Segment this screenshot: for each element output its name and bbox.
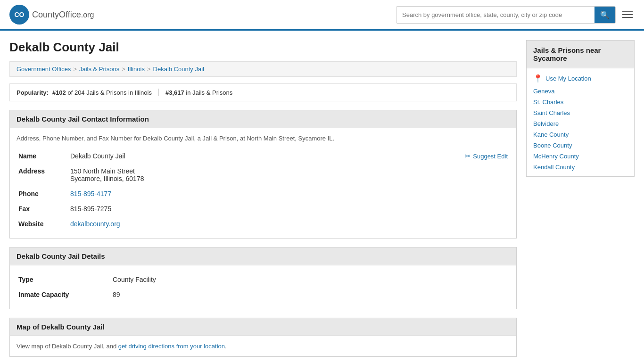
table-row-type: Type County Facility [17,272,510,287]
logo-name: CountyOffice [32,10,81,19]
address-line2: Sycamore, Illinois, 60178 [70,175,508,182]
suggest-edit-icon: ✂ [465,152,471,160]
sidebar-link-7[interactable]: Kendall County [533,164,627,171]
capacity-label: Inmate Capacity [17,287,111,302]
popularity-rank-local-number: #102 [52,89,66,96]
driving-directions-link[interactable]: get driving directions from your locatio… [118,343,225,350]
contact-info-table: Name Dekalb County Jail ✂ Suggest Edit A… [17,148,510,231]
popularity-rank-national-suffix: in Jails & Prisons [186,89,232,96]
breadcrumb: Government Offices > Jails & Prisons > I… [9,61,517,77]
popularity-rank-national: #3,617 in Jails & Prisons [165,89,232,96]
sidebar-content: 📍 Use My Location Geneva St. Charles Sai… [526,68,635,177]
popularity-rank-local: #102 of 204 Jails & Prisons in Illinois [52,89,152,96]
table-row-capacity: Inmate Capacity 89 [17,287,510,302]
map-section-header: Map of Dekalb County Jail [9,318,517,336]
table-row-website: Website dekalbcounty.org [17,216,510,231]
sidebar-header: Jails & Prisons near Sycamore [526,40,635,68]
fax-label: Fax [17,201,68,216]
sidebar-link-5[interactable]: Boone County [533,142,627,149]
breadcrumb-link-3[interactable]: Dekalb County Jail [153,66,204,73]
breadcrumb-link-2[interactable]: Illinois [128,66,145,73]
search-bar: 🔍 [396,6,616,24]
sidebar-links: Geneva St. Charles Saint Charles Belvide… [533,88,627,171]
website-value: dekalbcounty.org [68,216,510,231]
menu-button[interactable] [620,9,635,20]
contact-section-header: Dekalb County Jail Contact Information [9,110,517,128]
address-value: 150 North Main Street Sycamore, Illinois… [68,164,510,186]
type-label: Type [17,272,111,287]
breadcrumb-sep-1: > [122,66,125,73]
name-value: Dekalb County Jail ✂ Suggest Edit [68,148,510,164]
use-my-location-link[interactable]: 📍 Use My Location [533,74,627,83]
details-table: Type County Facility Inmate Capacity 89 [17,272,510,302]
phone-label: Phone [17,186,68,201]
breadcrumb-link-0[interactable]: Government Offices [17,66,71,73]
type-value: County Facility [111,272,510,287]
menu-line-2 [622,14,633,15]
sidebar-link-1[interactable]: St. Charles [533,99,627,106]
website-link[interactable]: dekalbcounty.org [70,220,120,228]
use-my-location-label: Use My Location [545,75,591,82]
table-row-address: Address 150 North Main Street Sycamore, … [17,164,510,186]
content-area: Dekalb County Jail Government Offices > … [9,40,517,362]
logo-suffix: .org [81,11,94,19]
breadcrumb-sep-0: > [73,66,77,73]
map-desc-suffix: . [225,343,227,350]
sidebar-link-6[interactable]: McHenry County [533,153,627,160]
website-label: Website [17,216,68,231]
sidebar-link-3[interactable]: Belvidere [533,120,627,127]
sidebar-link-4[interactable]: Kane County [533,131,627,138]
details-section-content: Type County Facility Inmate Capacity 89 [9,265,517,309]
name-text: Dekalb County Jail [70,152,125,160]
popularity-divider [158,89,159,96]
main-container: Dekalb County Jail Government Offices > … [0,31,644,362]
phone-value: 815-895-4177 [68,186,510,201]
logo-text: CountyOffice.org [32,10,94,20]
popularity-rank-national-number: #3,617 [165,89,184,96]
name-label: Name [17,148,68,164]
sidebar-link-2[interactable]: Saint Charles [533,109,627,116]
popularity-rank-local-suffix: of 204 Jails & Prisons in Illinois [67,89,151,96]
svg-text:CO: CO [15,11,25,18]
location-pin-icon: 📍 [533,74,543,83]
logo-icon: CO [9,5,29,25]
suggest-edit-label: Suggest Edit [473,153,508,160]
page-title: Dekalb County Jail [9,40,517,55]
breadcrumb-link-1[interactable]: Jails & Prisons [79,66,119,73]
popularity-bar: Popularity: #102 of 204 Jails & Prisons … [9,83,517,101]
map-section-content: View map of Dekalb County Jail, and get … [9,336,517,357]
menu-line-3 [622,17,633,18]
address-line1: 150 North Main Street [70,167,508,175]
table-row-name: Name Dekalb County Jail ✂ Suggest Edit [17,148,510,164]
contact-section-content: Address, Phone Number, and Fax Number fo… [9,128,517,239]
search-input[interactable] [396,8,594,22]
sidebar-link-0[interactable]: Geneva [533,88,627,95]
fax-value: 815-895-7275 [68,201,510,216]
details-section-header: Dekalb County Jail Details [9,247,517,265]
site-header: CO CountyOffice.org 🔍 [0,0,644,31]
header-right: 🔍 [396,6,635,24]
phone-link[interactable]: 815-895-4177 [70,190,111,197]
breadcrumb-sep-2: > [147,66,151,73]
contact-section-desc: Address, Phone Number, and Fax Number fo… [17,135,510,142]
logo-area: CO CountyOffice.org [9,5,94,25]
sidebar: Jails & Prisons near Sycamore 📍 Use My L… [526,40,635,362]
map-desc-prefix: View map of Dekalb County Jail, and [17,343,118,350]
popularity-label: Popularity: [17,89,49,96]
suggest-edit-link[interactable]: ✂ Suggest Edit [465,152,508,160]
address-label: Address [17,164,68,186]
search-button[interactable]: 🔍 [594,7,615,23]
map-desc: View map of Dekalb County Jail, and get … [17,343,510,350]
table-row-phone: Phone 815-895-4177 [17,186,510,201]
capacity-value: 89 [111,287,510,302]
menu-line-1 [622,11,633,12]
table-row-fax: Fax 815-895-7275 [17,201,510,216]
